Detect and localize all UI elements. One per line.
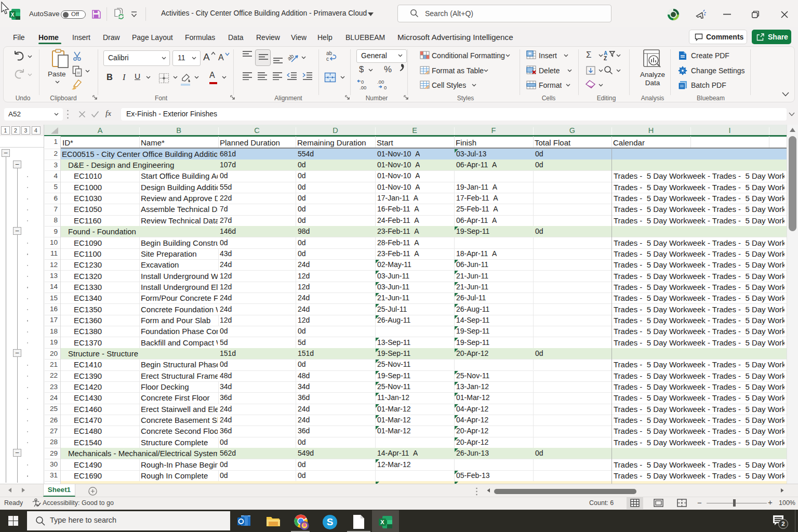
svg-text:X: X	[11, 12, 15, 18]
svg-text:ab: ab	[287, 52, 295, 61]
svg-text:ab: ab	[326, 50, 332, 56]
svg-text:0: 0	[361, 79, 364, 85]
svg-text:X: X	[380, 519, 384, 525]
svg-text:Z: Z	[604, 56, 607, 61]
svg-text:.00: .00	[360, 85, 366, 90]
svg-text:c: c	[326, 56, 329, 62]
svg-text:0: 0	[384, 85, 387, 90]
svg-text:.00: .00	[377, 79, 384, 85]
